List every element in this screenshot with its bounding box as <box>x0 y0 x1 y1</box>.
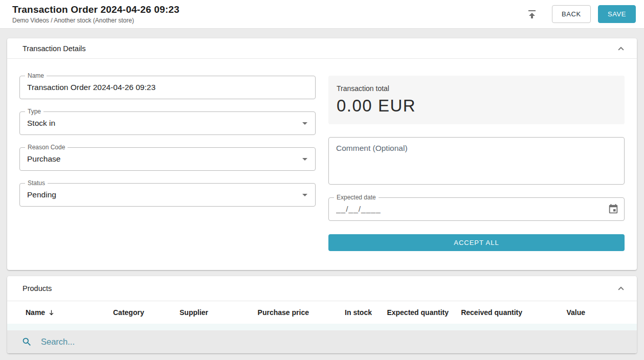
calendar-icon <box>608 204 619 215</box>
transaction-details-body: Name Type Stock in Reason Code Purchase <box>7 59 637 270</box>
products-table-body-empty <box>7 324 637 330</box>
search-input[interactable] <box>41 337 297 347</box>
transaction-total-label: Transaction total <box>337 84 616 93</box>
column-header-category[interactable]: Category <box>106 308 172 317</box>
comment-field <box>328 137 625 185</box>
transaction-details-header: Transaction Details <box>7 38 637 59</box>
status-select[interactable]: Status Pending <box>19 183 316 207</box>
reason-code-select-value: Purchase <box>20 148 315 170</box>
app-root: Transaction Order 2024-04-26 09:23 Demo … <box>0 0 644 353</box>
open-calendar-button[interactable] <box>608 204 619 215</box>
chevron-up-icon <box>615 43 627 54</box>
page-content: Transaction Details Name Type Stock in <box>0 29 644 353</box>
type-select-value: Stock in <box>20 112 315 134</box>
expected-date-label: Expected date <box>334 194 379 201</box>
collapse-details-button[interactable] <box>615 43 627 54</box>
name-field-label: Name <box>25 72 47 79</box>
products-header: Products <box>7 276 637 301</box>
type-select-label: Type <box>25 108 43 115</box>
chevron-up-icon <box>615 283 627 294</box>
expected-date-field: Expected date <box>328 197 625 221</box>
sort-arrow-down-icon <box>48 309 55 317</box>
page-header: Transaction Order 2024-04-26 09:23 Demo … <box>0 0 644 29</box>
accept-all-button[interactable]: ACCEPT ALL <box>328 234 625 251</box>
header-titles: Transaction Order 2024-04-26 09:23 Demo … <box>12 4 180 24</box>
type-select[interactable]: Type Stock in <box>19 111 316 135</box>
reason-code-select-label: Reason Code <box>25 144 68 151</box>
reason-code-dropdown-arrow-icon <box>299 153 311 165</box>
column-header-expected-quantity[interactable]: Expected quantity <box>372 308 449 317</box>
collapse-products-button[interactable] <box>615 283 627 294</box>
products-card: Products Name Category Supplier Purchase… <box>7 276 637 353</box>
status-select-label: Status <box>25 179 48 187</box>
save-button[interactable]: SAVE <box>598 5 636 23</box>
page-title: Transaction Order 2024-04-26 09:23 <box>12 4 180 15</box>
header-actions: BACK SAVE <box>523 5 636 23</box>
column-header-in-stock[interactable]: In stock <box>309 308 372 317</box>
reason-code-select[interactable]: Reason Code Purchase <box>19 147 316 171</box>
details-right-column: Transaction total 0.00 EUR Expected date <box>328 76 625 251</box>
breadcrumb: Demo Videos / Another stock (Another sto… <box>12 17 180 24</box>
transaction-details-title: Transaction Details <box>23 44 86 53</box>
upload-icon <box>526 8 538 20</box>
column-header-received-quantity[interactable]: Received quantity <box>449 308 522 317</box>
products-search-bar <box>7 330 637 353</box>
column-header-name[interactable]: Name <box>7 308 106 317</box>
products-table-header: Name Category Supplier Purchase price In… <box>7 301 637 324</box>
status-dropdown-arrow-icon <box>299 189 311 201</box>
name-input[interactable] <box>20 76 315 99</box>
column-header-supplier[interactable]: Supplier <box>172 308 256 317</box>
status-select-value: Pending <box>20 184 315 206</box>
name-field: Name <box>19 76 316 99</box>
transaction-total-value: 0.00 EUR <box>337 96 616 116</box>
details-left-column: Name Type Stock in Reason Code Purchase <box>19 76 316 251</box>
column-header-value[interactable]: Value <box>522 308 585 317</box>
upload-button[interactable] <box>523 6 541 23</box>
type-dropdown-arrow-icon <box>299 117 311 129</box>
expected-date-input[interactable] <box>329 198 624 220</box>
search-icon <box>21 336 32 347</box>
products-title: Products <box>23 284 52 292</box>
comment-textarea[interactable] <box>329 138 624 184</box>
back-button[interactable]: BACK <box>552 5 591 23</box>
column-header-purchase-price[interactable]: Purchase price <box>256 308 309 317</box>
transaction-details-card: Transaction Details Name Type Stock in <box>7 38 637 270</box>
transaction-total-box: Transaction total 0.00 EUR <box>328 76 625 124</box>
